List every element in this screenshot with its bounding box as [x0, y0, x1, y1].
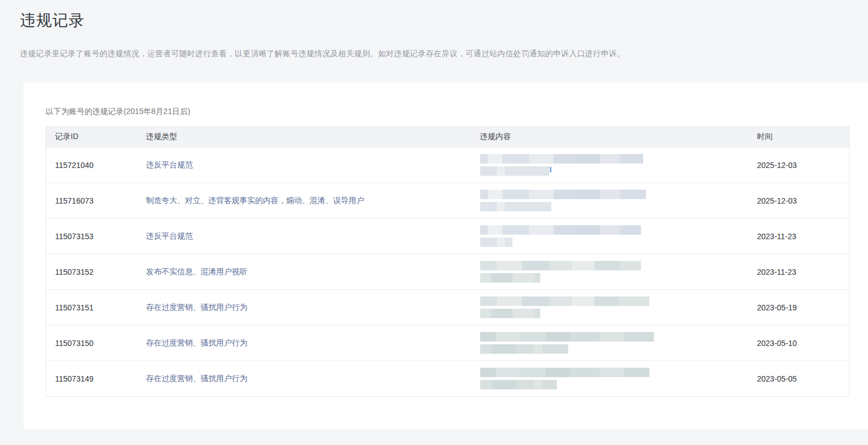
record-id-cell: 115073152 — [46, 254, 137, 290]
redacted-content — [480, 154, 748, 176]
table-row: 115073149 存在过度营销、骚扰用户行为 2023-05-05 — [46, 361, 850, 397]
violation-content-cell — [471, 254, 748, 290]
record-id-cell: 115073151 — [46, 290, 137, 325]
page-title: 违规记录 — [20, 10, 848, 31]
redacted-content-line-2 — [480, 273, 540, 283]
violation-type-link[interactable]: 存在过度营销、骚扰用户行为 — [146, 338, 248, 347]
violation-type-link[interactable]: 违反平台规范 — [146, 160, 193, 169]
redacted-content-line-1 — [480, 154, 643, 164]
record-id-cell: 115073153 — [46, 219, 137, 254]
redacted-content — [480, 225, 748, 247]
redacted-content-line-2 — [480, 344, 568, 354]
table-header-row: 记录ID 违规类型 违规内容 时间 — [46, 127, 850, 147]
redacted-content-line-2 — [480, 202, 551, 211]
redacted-content — [480, 261, 748, 283]
record-id-cell: 115073150 — [46, 325, 137, 361]
time-cell: 2023-11-23 — [748, 254, 850, 290]
redacted-content-line-1 — [480, 332, 654, 342]
time-cell: 2025-12-03 — [748, 183, 850, 219]
page-description: 违规记录里记录了账号的违规情况，运营者可随时进行查看，以更清晰了解账号违规情况及… — [20, 49, 848, 59]
column-header-violation-content: 违规内容 — [471, 127, 748, 147]
redacted-content-line-1 — [480, 190, 646, 199]
time-cell: 2023-05-05 — [748, 361, 850, 397]
redacted-content-line-1 — [480, 261, 641, 270]
violation-records-table: 记录ID 违规类型 违规内容 时间 115721040 违反平台规范 2025-… — [46, 126, 850, 397]
violation-type-cell: 制造夸大、对立、违背客观事实的内容，煽动、混淆、误导用户 — [137, 183, 471, 219]
page-header: 违规记录 违规记录里记录了账号的违规情况，运营者可随时进行查看，以更清晰了解账号… — [0, 0, 868, 82]
violation-type-cell: 发布不实信息、混淆用户视听 — [137, 254, 471, 290]
time-cell: 2023-11-23 — [748, 219, 850, 254]
table-row: 115073150 存在过度营销、骚扰用户行为 2023-05-10 — [46, 325, 850, 361]
time-cell: 2023-05-19 — [748, 290, 850, 325]
table-row: 115073152 发布不实信息、混淆用户视听 2023-11-23 — [46, 254, 850, 290]
violation-type-link[interactable]: 违反平台规范 — [146, 231, 193, 240]
violation-records-card: 以下为账号的违规记录(2015年8月21日后) 记录ID 违规类型 违规内容 时… — [23, 82, 868, 429]
column-header-time: 时间 — [748, 127, 850, 147]
redacted-content-line-2 — [480, 380, 557, 389]
record-id-cell: 115073149 — [46, 361, 137, 397]
violation-type-link[interactable]: 发布不实信息、混淆用户视听 — [146, 267, 248, 276]
column-header-violation-type: 违规类型 — [137, 127, 471, 147]
table-row: 115073151 存在过度营销、骚扰用户行为 2023-05-19 — [46, 290, 850, 325]
redacted-content-line-2 — [480, 238, 512, 247]
violation-content-cell — [471, 147, 748, 183]
violation-type-link[interactable]: 存在过度营销、骚扰用户行为 — [146, 374, 248, 383]
violation-content-cell — [471, 183, 748, 219]
violation-type-cell: 存在过度营销、骚扰用户行为 — [137, 361, 471, 397]
violation-content-cell — [471, 325, 748, 361]
violation-type-cell: 违反平台规范 — [137, 219, 471, 254]
violation-type-link[interactable]: 存在过度营销、骚扰用户行为 — [146, 303, 248, 312]
content-link-remnant — [550, 167, 551, 172]
redacted-content-line-1 — [480, 368, 649, 377]
violation-type-cell: 存在过度营销、骚扰用户行为 — [137, 290, 471, 325]
redacted-content — [480, 296, 748, 318]
violation-type-cell: 违反平台规范 — [137, 147, 471, 183]
violation-type-link[interactable]: 制造夸大、对立、违背客观事实的内容，煽动、混淆、误导用户 — [146, 196, 364, 205]
violation-content-cell — [471, 290, 748, 325]
violation-content-cell — [471, 361, 748, 397]
column-header-record-id: 记录ID — [46, 127, 137, 147]
redacted-content-line-1 — [480, 225, 641, 235]
record-id-cell: 115716073 — [46, 183, 137, 219]
violation-content-cell — [471, 219, 748, 254]
redacted-content — [480, 190, 748, 211]
violation-type-cell: 存在过度营销、骚扰用户行为 — [137, 325, 471, 361]
redacted-content-line-2 — [480, 309, 540, 318]
time-cell: 2023-05-10 — [748, 325, 850, 361]
redacted-content — [480, 332, 748, 354]
redacted-content — [480, 368, 748, 389]
redacted-content-line-2 — [480, 166, 549, 176]
records-subtitle: 以下为账号的违规记录(2015年8月21日后) — [46, 107, 849, 117]
time-cell: 2025-12-03 — [748, 147, 850, 183]
table-row: 115716073 制造夸大、对立、违背客观事实的内容，煽动、混淆、误导用户 2… — [46, 183, 850, 219]
table-row: 115073153 违反平台规范 2023-11-23 — [46, 219, 850, 254]
record-id-cell: 115721040 — [46, 147, 137, 183]
redacted-content-line-1 — [480, 296, 649, 306]
table-row: 115721040 违反平台规范 2025-12-03 — [46, 147, 850, 183]
